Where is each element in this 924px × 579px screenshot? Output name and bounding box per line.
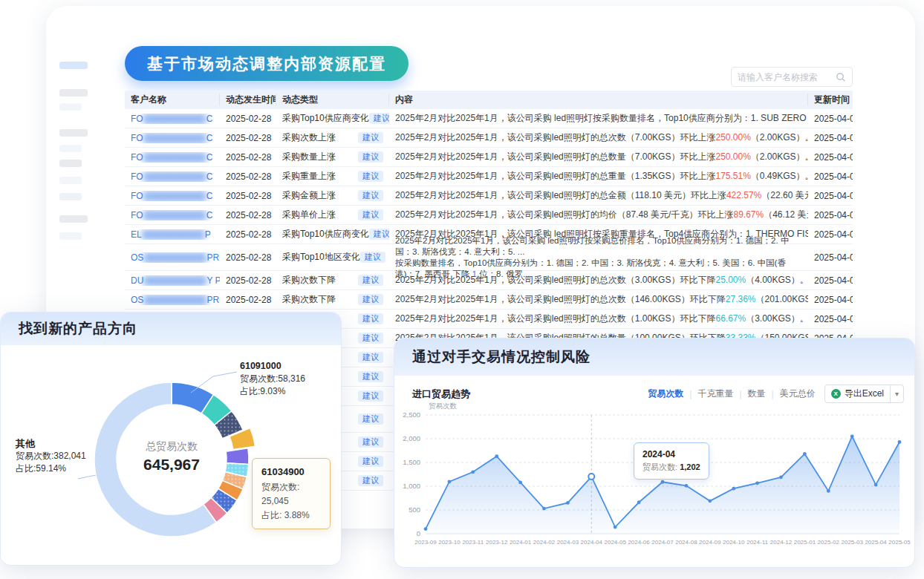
table-row: FO██████████C2025-02-28采购Top10供应商变化建议202… bbox=[125, 109, 853, 128]
suggestion-badge[interactable]: 建议 bbox=[358, 209, 383, 220]
suggestion-badge[interactable]: 建议 bbox=[358, 132, 383, 143]
svg-text:2025-02: 2025-02 bbox=[818, 539, 840, 546]
svg-text:2023-11: 2023-11 bbox=[462, 539, 484, 546]
dynamic-content: 2025年2月对比2025年1月，该公司采购 led照明灯按采购数量排名，Top… bbox=[389, 112, 808, 125]
update-time: 2025-04-01 bbox=[808, 114, 853, 124]
update-time: 2025-04-01 bbox=[808, 295, 853, 305]
dynamic-content: 2025年2月对比2025年1月，该公司采购led照明灯的总重量（1.35KGS… bbox=[389, 170, 808, 183]
svg-text:2024-04: 2024-04 bbox=[581, 539, 603, 546]
table-row: OS██████████PRIVA...2025-02-28采购次数下降建议20… bbox=[125, 290, 853, 310]
search-icon bbox=[836, 72, 846, 82]
svg-text:2024-09: 2024-09 bbox=[699, 539, 721, 546]
suggestion-badge[interactable]: 建议 bbox=[358, 352, 383, 363]
section-title-badge: 基于市场动态调整内部资源配置 bbox=[125, 46, 409, 81]
window-close-icon[interactable] bbox=[68, 19, 77, 27]
svg-text:贸易次数: 贸易次数 bbox=[429, 402, 458, 410]
svg-text:2024-08: 2024-08 bbox=[675, 539, 697, 546]
suggestion-badge[interactable]: 建议 bbox=[358, 171, 383, 182]
panel-title: 找到新的产品方向 bbox=[1, 313, 341, 345]
col-dynamic-time: 动态发生时间 bbox=[220, 94, 276, 106]
suggestion-badge[interactable]: 建议 bbox=[360, 252, 385, 263]
customer-search[interactable] bbox=[731, 67, 853, 87]
svg-text:2024-05: 2024-05 bbox=[605, 539, 627, 546]
customer-link[interactable]: FO██████████C bbox=[131, 210, 212, 220]
window-zoom-icon[interactable] bbox=[95, 19, 103, 27]
svg-text:1,500: 1,500 bbox=[403, 458, 420, 466]
svg-text:1,000: 1,000 bbox=[403, 482, 420, 490]
customer-link[interactable]: FO██████████C bbox=[131, 133, 212, 143]
table-row: FO██████████C2025-02-28采购单价上涨建议2025年2月对比… bbox=[125, 206, 853, 225]
dynamic-content: 2025年2月对比2025年1月，该公司采购led照明灯的总数量（7.00KGS… bbox=[389, 151, 808, 163]
col-content: 内容 bbox=[389, 94, 808, 106]
table-row: FO██████████C2025-02-28采购重量上涨建议2025年2月对比… bbox=[125, 167, 853, 186]
svg-text:2025-01: 2025-01 bbox=[794, 539, 816, 546]
update-time: 2025-04-01 bbox=[808, 229, 853, 240]
suggestion-badge[interactable]: 建议 bbox=[358, 313, 383, 324]
customer-link[interactable]: OS██████████PRIVA... bbox=[131, 252, 220, 263]
table-row: OS██████████PRIVA...2025-02-28采购Top10地区变… bbox=[125, 244, 853, 271]
svg-text:2024-03: 2024-03 bbox=[557, 539, 579, 546]
table-row: FO██████████C2025-02-28采购次数上涨建议2025年2月对比… bbox=[125, 128, 853, 148]
dynamic-type: 采购Top10供应商变化 bbox=[282, 112, 369, 125]
suggestion-badge[interactable]: 建议 bbox=[358, 294, 383, 305]
search-input[interactable] bbox=[738, 72, 836, 82]
update-time: 2025-04-01 bbox=[808, 252, 853, 263]
svg-text:2024-12: 2024-12 bbox=[770, 539, 793, 546]
suggestion-badge[interactable]: 建议 bbox=[358, 371, 383, 382]
customer-link[interactable]: OS██████████PRIVA... bbox=[131, 295, 220, 305]
update-time: 2025-04-01 bbox=[808, 152, 853, 163]
page: 基于市场动态调整内部资源配置 客户名称 动态发生时间 动态类型 内容 更新时间 … bbox=[0, 0, 924, 579]
update-time: 2025-04-01 bbox=[808, 275, 853, 286]
svg-text:2024-11: 2024-11 bbox=[746, 539, 768, 546]
svg-text:2025-05: 2025-05 bbox=[888, 539, 911, 546]
suggestion-badge[interactable]: 建议 bbox=[358, 456, 383, 467]
suggestion-badge[interactable]: 建议 bbox=[358, 151, 383, 163]
svg-text:2023-10: 2023-10 bbox=[438, 539, 461, 546]
donut-center-label: 总贸易次数 645,967 bbox=[105, 440, 238, 474]
chart-tooltip: 2024-04 贸易次数: 1,202 bbox=[634, 442, 709, 480]
dynamic-type: 采购次数下降 bbox=[282, 293, 336, 306]
risk-control-panel: 通过对手交易情况控制风险 进口贸易趋势 贸易次数|千克重量|数量|美元总价 X … bbox=[394, 338, 915, 568]
dynamic-type: 采购数量上涨 bbox=[282, 151, 336, 163]
suggestion-badge[interactable]: 建议 bbox=[358, 333, 383, 344]
suggestion-badge[interactable]: 建议 bbox=[358, 190, 383, 201]
svg-text:2024-10: 2024-10 bbox=[723, 539, 745, 546]
customer-link[interactable]: FO██████████C bbox=[131, 171, 212, 182]
donut-callout-other: 其他 贸易次数:382,041 占比:59.14% bbox=[16, 437, 86, 475]
dynamic-date: 2025-02-28 bbox=[220, 152, 276, 163]
customer-link[interactable]: FO██████████C bbox=[131, 114, 212, 124]
suggestion-badge[interactable]: 建议 bbox=[358, 390, 383, 402]
svg-text:2025-03: 2025-03 bbox=[842, 539, 864, 546]
dynamic-content: 2025年2月对比2025年1月，该公司采购led照明灯的总次数（7.00KGS… bbox=[389, 131, 808, 144]
suggestion-badge[interactable]: 建议 bbox=[358, 475, 383, 486]
col-dynamic-type: 动态类型 bbox=[276, 94, 389, 106]
svg-text:500: 500 bbox=[409, 506, 420, 514]
dynamic-type: 采购次数上涨 bbox=[282, 131, 336, 144]
dynamic-type: 采购Top10供应商变化 bbox=[282, 228, 369, 241]
customer-link[interactable]: DU██████████Y PROD... bbox=[131, 275, 220, 286]
dynamic-date: 2025-02-28 bbox=[220, 114, 276, 124]
customer-link[interactable]: FO██████████C bbox=[131, 152, 212, 163]
update-time: 2025-04-01 bbox=[808, 210, 853, 220]
update-time: 2025-04-01 bbox=[808, 133, 853, 143]
customer-link[interactable]: FO██████████C bbox=[131, 191, 212, 201]
suggestion-badge[interactable]: 建议 bbox=[358, 413, 383, 425]
update-time: 2025-04-01 bbox=[808, 191, 853, 201]
svg-text:2025-04: 2025-04 bbox=[865, 539, 887, 546]
suggestion-badge[interactable]: 建议 bbox=[369, 229, 389, 240]
suggestion-badge[interactable]: 建议 bbox=[369, 113, 389, 124]
suggestion-badge[interactable]: 建议 bbox=[358, 275, 383, 286]
window-minimize-icon[interactable] bbox=[82, 19, 90, 27]
customer-link[interactable]: EL██████████P bbox=[131, 229, 211, 240]
svg-text:2024-02: 2024-02 bbox=[533, 539, 556, 546]
donut-tooltip: 61034900 贸易次数: 25,045 占比: 3.88% bbox=[252, 458, 331, 529]
svg-text:2,000: 2,000 bbox=[403, 434, 420, 442]
dynamic-type: 采购次数下降 bbox=[282, 274, 336, 287]
svg-text:2023-12: 2023-12 bbox=[486, 539, 508, 546]
svg-text:2023-09: 2023-09 bbox=[414, 539, 437, 546]
dynamic-content: 2025年2月对比2025年1月，该公司采购led照明灯的总次数（146.00K… bbox=[389, 293, 808, 306]
dynamic-date: 2025-02-28 bbox=[220, 295, 276, 305]
dynamic-date: 2025-02-28 bbox=[220, 191, 276, 201]
suggestion-badge[interactable]: 建议 bbox=[358, 436, 383, 448]
dynamic-content: 2025年2月对比2025年1月，该公司采购led照明灯的总金额（118.10 … bbox=[389, 189, 808, 202]
